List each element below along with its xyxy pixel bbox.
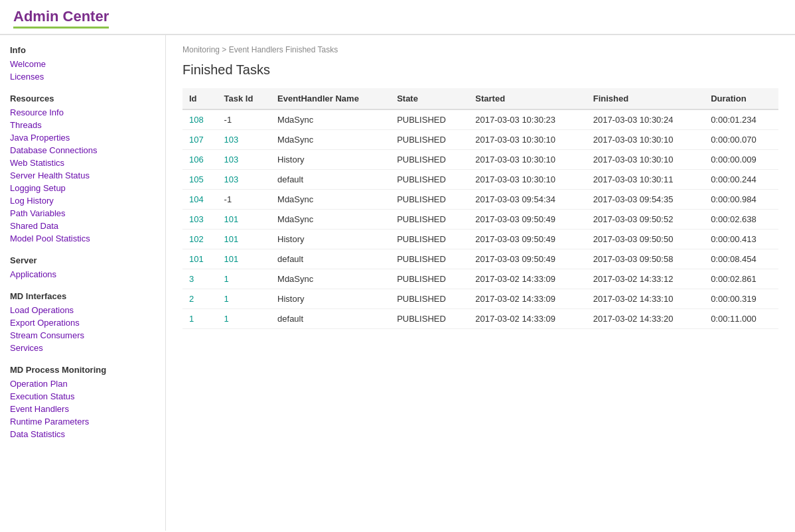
main-content: Monitoring > Event Handlers Finished Tas… — [166, 35, 795, 531]
sidebar-stream-consumers[interactable]: Stream Consumers — [10, 329, 155, 342]
row-9-event-handler: History — [271, 289, 390, 309]
sidebar-logging-setup[interactable]: Logging Setup — [10, 182, 155, 194]
table-row: 102101HistoryPUBLISHED2017-03-03 09:50:4… — [182, 230, 778, 249]
row-10-id[interactable]: 1 — [182, 309, 218, 329]
sidebar-event-handlers[interactable]: Event Handlers — [10, 403, 155, 415]
sidebar-java-properties[interactable]: Java Properties — [10, 131, 155, 144]
row-4-event-handler: MdaSync — [271, 190, 390, 210]
sidebar-threads[interactable]: Threads — [10, 119, 155, 131]
sidebar-path-variables[interactable]: Path Variables — [10, 207, 155, 220]
row-8-id[interactable]: 3 — [182, 269, 218, 289]
breadcrumb-root[interactable]: Monitoring — [182, 45, 220, 54]
row-5-started: 2017-03-03 09:50:49 — [469, 210, 586, 230]
table-row: 101101defaultPUBLISHED2017-03-03 09:50:4… — [182, 249, 778, 269]
row-0-state: PUBLISHED — [390, 109, 469, 130]
row-0-event-handler: MdaSync — [271, 109, 390, 130]
row-9-task-id[interactable]: 1 — [218, 289, 271, 309]
row-8-duration: 0:00:02.861 — [704, 269, 778, 289]
row-0-finished: 2017-03-03 10:30:24 — [587, 109, 704, 130]
row-4-finished: 2017-03-03 09:54:35 — [587, 190, 704, 210]
sidebar-resource-info[interactable]: Resource Info — [10, 106, 155, 119]
row-0-started: 2017-03-03 10:30:23 — [469, 109, 586, 130]
row-3-event-handler: default — [271, 170, 390, 190]
row-9-finished: 2017-03-02 14:33:10 — [587, 289, 704, 309]
row-4-state: PUBLISHED — [390, 190, 469, 210]
table-row: 11defaultPUBLISHED2017-03-02 14:33:09201… — [182, 309, 778, 329]
table-row: 103101MdaSyncPUBLISHED2017-03-03 09:50:4… — [182, 210, 778, 230]
sidebar-load-operations[interactable]: Load Operations — [10, 304, 155, 316]
row-8-task-id[interactable]: 1 — [218, 269, 271, 289]
row-2-finished: 2017-03-03 10:30:10 — [587, 150, 704, 170]
row-6-event-handler: History — [271, 230, 390, 249]
sidebar-runtime-parameters[interactable]: Runtime Parameters — [10, 415, 155, 428]
sidebar-welcome[interactable]: Welcome — [10, 58, 155, 70]
sidebar-applications[interactable]: Applications — [10, 268, 155, 281]
row-1-state: PUBLISHED — [390, 130, 469, 150]
row-6-duration: 0:00:00.413 — [704, 230, 778, 249]
row-10-state: PUBLISHED — [390, 309, 469, 329]
table-row: 21HistoryPUBLISHED2017-03-02 14:33:09201… — [182, 289, 778, 309]
row-10-task-id[interactable]: 1 — [218, 309, 271, 329]
row-6-state: PUBLISHED — [390, 230, 469, 249]
row-5-task-id[interactable]: 101 — [218, 210, 271, 230]
table-row: 108-1MdaSyncPUBLISHED2017-03-03 10:30:23… — [182, 109, 778, 130]
row-7-id[interactable]: 101 — [182, 249, 218, 269]
row-9-id[interactable]: 2 — [182, 289, 218, 309]
row-10-duration: 0:00:11.000 — [704, 309, 778, 329]
row-1-event-handler: MdaSync — [271, 130, 390, 150]
row-4-task-id: -1 — [218, 190, 271, 210]
breadcrumb: Monitoring > Event Handlers Finished Tas… — [182, 45, 778, 54]
row-6-id[interactable]: 102 — [182, 230, 218, 249]
row-2-state: PUBLISHED — [390, 150, 469, 170]
table-header: IdTask IdEventHandler NameStateStartedFi… — [182, 88, 778, 109]
sidebar-log-history[interactable]: Log History — [10, 194, 155, 207]
sidebar-section-3: MD Interfaces — [10, 291, 155, 301]
finished-tasks-table: IdTask IdEventHandler NameStateStartedFi… — [182, 88, 778, 329]
sidebar-section-0: Info — [10, 45, 155, 55]
row-1-task-id[interactable]: 103 — [218, 130, 271, 150]
row-10-finished: 2017-03-02 14:33:20 — [587, 309, 704, 329]
row-1-finished: 2017-03-03 10:30:10 — [587, 130, 704, 150]
row-3-duration: 0:00:00.244 — [704, 170, 778, 190]
sidebar-server-health-status[interactable]: Server Health Status — [10, 169, 155, 182]
sidebar-model-pool-statistics[interactable]: Model Pool Statistics — [10, 232, 155, 245]
row-3-id[interactable]: 105 — [182, 170, 218, 190]
row-3-finished: 2017-03-03 10:30:11 — [587, 170, 704, 190]
sidebar-export-operations[interactable]: Export Operations — [10, 316, 155, 329]
row-0-task-id: -1 — [218, 109, 271, 130]
row-2-task-id[interactable]: 103 — [218, 150, 271, 170]
row-5-id[interactable]: 103 — [182, 210, 218, 230]
sidebar-database-connections[interactable]: Database Connections — [10, 144, 155, 157]
row-0-id[interactable]: 108 — [182, 109, 218, 130]
row-7-finished: 2017-03-03 09:50:58 — [587, 249, 704, 269]
table-row: 104-1MdaSyncPUBLISHED2017-03-03 09:54:34… — [182, 190, 778, 210]
table-row: 31MdaSyncPUBLISHED2017-03-02 14:33:09201… — [182, 269, 778, 289]
row-3-task-id[interactable]: 103 — [218, 170, 271, 190]
col-header-4: Started — [469, 88, 586, 109]
row-1-id[interactable]: 107 — [182, 130, 218, 150]
table-row: 106103HistoryPUBLISHED2017-03-03 10:30:1… — [182, 150, 778, 170]
page-title: Finished Tasks — [182, 62, 778, 78]
breadcrumb-separator: > — [220, 45, 229, 54]
row-6-task-id[interactable]: 101 — [218, 230, 271, 249]
sidebar-services[interactable]: Services — [10, 342, 155, 354]
row-7-duration: 0:00:08.454 — [704, 249, 778, 269]
sidebar-execution-status[interactable]: Execution Status — [10, 390, 155, 403]
row-10-event-handler: default — [271, 309, 390, 329]
row-8-event-handler: MdaSync — [271, 269, 390, 289]
sidebar-data-statistics[interactable]: Data Statistics — [10, 428, 155, 440]
row-9-started: 2017-03-02 14:33:09 — [469, 289, 586, 309]
sidebar-licenses[interactable]: Licenses — [10, 70, 155, 83]
col-header-2: EventHandler Name — [271, 88, 390, 109]
sidebar-section-1: Resources — [10, 94, 155, 103]
sidebar-shared-data[interactable]: Shared Data — [10, 220, 155, 232]
sidebar-operation-plan[interactable]: Operation Plan — [10, 377, 155, 390]
sidebar-web-statistics[interactable]: Web Statistics — [10, 157, 155, 169]
row-2-id[interactable]: 106 — [182, 150, 218, 170]
app-title: Admin Center — [13, 8, 109, 29]
sidebar-section-2: Server — [10, 255, 155, 265]
row-6-started: 2017-03-03 09:50:49 — [469, 230, 586, 249]
row-7-task-id[interactable]: 101 — [218, 249, 271, 269]
row-4-id[interactable]: 104 — [182, 190, 218, 210]
row-2-started: 2017-03-03 10:30:10 — [469, 150, 586, 170]
